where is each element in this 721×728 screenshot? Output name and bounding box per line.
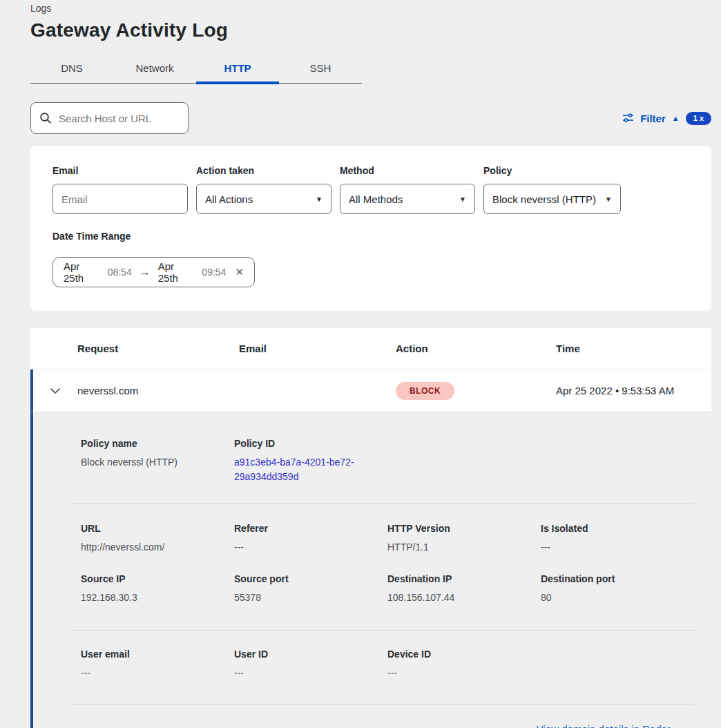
date-time-range-field: Date Time Range Apr 25th 08:54 → Apr 25t… <box>52 231 689 287</box>
user-id-field: User ID --- <box>234 649 387 680</box>
range-end-time[interactable]: 09:54 <box>202 267 226 278</box>
dropdown-caret-icon: ▼ <box>316 195 323 203</box>
search-icon <box>39 112 52 124</box>
range-end-date[interactable]: Apr 25th <box>158 260 195 284</box>
method-label: Method <box>340 165 475 176</box>
email-filter-field: Email <box>52 165 188 214</box>
expanded-row-details: Policy name Block neverssl (HTTP) Policy… <box>30 412 711 728</box>
policy-id-link[interactable]: a91c3eb4-ba7a-4201-be72-29a934dd359d <box>234 455 367 484</box>
source-ip-field: Source IP 192.168.30.3 <box>81 573 234 605</box>
http-version-field: HTTP Version HTTP/1.1 <box>387 523 541 555</box>
column-header-action: Action <box>396 343 556 354</box>
date-time-range-label: Date Time Range <box>52 231 689 242</box>
is-isolated-field: Is Isolated --- <box>541 523 695 555</box>
policy-label: Policy <box>483 165 621 176</box>
filter-controls[interactable]: Filter ▲ 1 x <box>622 112 711 125</box>
tab-ssh[interactable]: SSH <box>279 57 362 83</box>
policy-name-value: Block neverssl (HTTP) <box>81 455 234 470</box>
policy-name-label: Policy name <box>81 438 234 449</box>
range-start-date[interactable]: Apr 25th <box>64 260 100 284</box>
referer-label: Referer <box>234 523 387 534</box>
source-port-field: Source port 55378 <box>234 573 387 605</box>
policy-value: Block neverssl (HTTP) <box>492 193 596 205</box>
radar-link[interactable]: View domain details in Radar → <box>537 723 684 728</box>
log-type-tabs: DNS Network HTTP SSH <box>30 57 362 84</box>
url-label: URL <box>81 523 234 534</box>
filter-panel: Email Action taken All Actions ▼ Method … <box>30 146 711 311</box>
user-email-label: User email <box>81 649 234 660</box>
method-field: Method All Methods ▼ <box>340 165 475 214</box>
user-section: User email --- User ID --- Device ID --- <box>81 631 695 704</box>
policy-id-field: Policy ID a91c3eb4-ba7a-4201-be72-29a934… <box>234 438 387 484</box>
http-version-label: HTTP Version <box>387 523 541 534</box>
status-badge: BLOCK <box>396 382 454 400</box>
action-taken-label: Action taken <box>196 165 331 176</box>
search-input[interactable] <box>59 113 196 124</box>
tab-http[interactable]: HTTP <box>196 57 279 83</box>
breadcrumb[interactable]: Logs <box>30 3 721 14</box>
source-port-label: Source port <box>234 573 387 584</box>
method-select[interactable]: All Methods ▼ <box>340 184 475 214</box>
column-header-time: Time <box>556 343 711 354</box>
filter-button-label[interactable]: Filter <box>640 113 666 124</box>
user-id-value: --- <box>234 666 387 680</box>
destination-ip-value: 108.156.107.44 <box>387 591 541 605</box>
is-isolated-value: --- <box>541 540 695 555</box>
tab-network[interactable]: Network <box>113 57 196 83</box>
search-filter-row: Filter ▲ 1 x <box>30 102 711 134</box>
column-header-request: Request <box>77 343 239 354</box>
referer-value: --- <box>234 540 387 555</box>
page-title: Gateway Activity Log <box>30 19 721 41</box>
destination-ip-label: Destination IP <box>387 573 541 584</box>
search-box[interactable] <box>30 102 189 134</box>
row-request-value: neverssl.com <box>77 385 239 396</box>
url-section: URL http://neverssl.com/ Referer --- HTT… <box>81 504 695 555</box>
destination-port-label: Destination port <box>541 573 695 584</box>
policy-select[interactable]: Block neverssl (HTTP) ▼ <box>483 184 621 214</box>
destination-ip-field: Destination IP 108.156.107.44 <box>387 573 541 605</box>
action-taken-select[interactable]: All Actions ▼ <box>196 184 331 214</box>
destination-port-value: 80 <box>541 591 695 605</box>
row-time-value: Apr 25 2022 • 9:53:53 AM <box>556 385 711 396</box>
table-row[interactable]: neverssl.com BLOCK Apr 25 2022 • 9:53:53… <box>30 370 711 412</box>
source-destination-section: Source IP 192.168.30.3 Source port 55378… <box>81 555 695 630</box>
policy-field: Policy Block neverssl (HTTP) ▼ <box>483 165 621 214</box>
method-value: All Methods <box>349 193 403 205</box>
table-header-row: Request Email Action Time <box>30 328 711 370</box>
policy-section: Policy name Block neverssl (HTTP) Policy… <box>81 412 695 503</box>
source-ip-label: Source IP <box>81 573 234 584</box>
dropdown-caret-icon: ▼ <box>605 195 612 203</box>
action-taken-value: All Actions <box>205 193 253 205</box>
http-version-value: HTTP/1.1 <box>387 540 541 555</box>
column-header-email: Email <box>239 343 396 354</box>
source-port-value: 55378 <box>234 591 387 605</box>
user-email-value: --- <box>81 666 234 680</box>
is-isolated-label: Is Isolated <box>541 523 695 534</box>
dropdown-caret-icon: ▼ <box>459 195 466 203</box>
range-start-time[interactable]: 08:54 <box>108 267 132 278</box>
device-id-field: Device ID --- <box>387 649 541 680</box>
arrow-right-icon: → <box>140 266 151 278</box>
device-id-value: --- <box>387 666 541 680</box>
action-taken-field: Action taken All Actions ▼ <box>196 165 331 214</box>
user-email-field: User email --- <box>81 649 234 680</box>
policy-id-label: Policy ID <box>234 438 387 449</box>
chevron-down-icon[interactable] <box>33 387 77 394</box>
tab-dns[interactable]: DNS <box>30 57 113 83</box>
activity-log-table: Request Email Action Time neverssl.com B… <box>30 328 711 728</box>
date-range-picker[interactable]: Apr 25th 08:54 → Apr 25th 09:54 ✕ <box>52 257 255 287</box>
close-icon[interactable]: ✕ <box>235 266 244 278</box>
filter-icon <box>622 113 634 124</box>
caret-up-icon: ▲ <box>672 115 680 122</box>
filter-count-badge[interactable]: 1 x <box>686 112 711 125</box>
device-id-label: Device ID <box>387 649 541 660</box>
source-ip-value: 192.168.30.3 <box>81 591 234 605</box>
email-filter-input[interactable] <box>52 184 188 214</box>
url-field: URL http://neverssl.com/ <box>81 523 234 555</box>
gateway-activity-log-page: Logs Gateway Activity Log DNS Network HT… <box>0 0 721 728</box>
url-value: http://neverssl.com/ <box>81 540 234 555</box>
radar-link-row: View domain details in Radar → <box>81 705 695 728</box>
destination-port-field: Destination port 80 <box>541 573 695 605</box>
policy-name-field: Policy name Block neverssl (HTTP) <box>81 438 234 484</box>
email-filter-label: Email <box>52 165 188 176</box>
